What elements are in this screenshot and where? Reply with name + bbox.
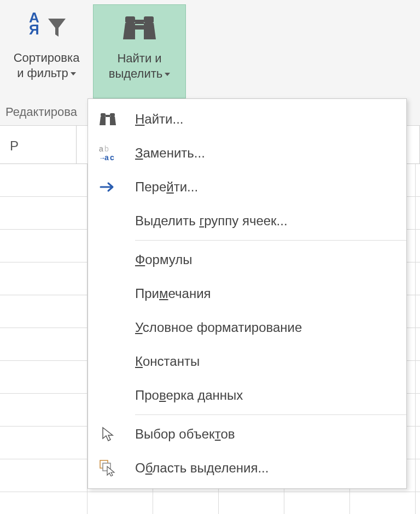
menu-label: Область выделения... [135,460,269,476]
binoculars-small-icon [96,108,120,130]
menu-select-objects[interactable]: Выбор объектов [88,417,406,451]
selection-pane-icon [96,457,120,479]
cursor-icon [96,423,120,445]
menu-separator [135,240,406,241]
menu-label: Найти... [135,112,184,127]
menu-label: Константы [135,354,200,369]
dropdown-caret-icon [71,72,76,75]
ribbon-group-label: Редактирова [5,105,77,119]
svg-text:c: c [110,153,114,161]
menu-find[interactable]: Найти... [88,102,406,136]
svg-rect-3 [135,25,144,30]
svg-text:a: a [104,153,109,161]
menu-label: Проверка данных [135,388,243,403]
svg-rect-1 [144,16,154,23]
sort-filter-label: Сортировка и фильтр [14,50,80,80]
menu-label: Примечания [135,286,211,301]
svg-rect-6 [106,115,110,117]
find-select-dropdown: Найти... a b → a c Заменить... Перейти..… [88,98,407,489]
find-select-label: Найти и выделить [109,51,171,81]
find-select-button[interactable]: Найти и выделить [93,4,186,98]
menu-label: Заменить... [135,145,205,161]
replace-icon: a b → a c [96,142,120,164]
sort-filter-button[interactable]: АЯ Сортировка и фильтр [0,4,93,98]
svg-rect-5 [110,113,115,116]
menu-data-validation[interactable]: Проверка данных [88,378,406,412]
menu-label: Выделить группу ячеек... [135,213,288,229]
svg-text:a: a [99,145,103,153]
menu-label: Перейти... [135,179,198,195]
binoculars-icon [122,8,157,48]
column-header-p[interactable]: P [0,126,77,163]
menu-separator [135,414,406,415]
menu-label: Выбор объектов [135,427,235,442]
svg-text:b: b [104,145,109,153]
menu-replace[interactable]: a b → a c Заменить... [88,136,406,170]
svg-rect-4 [101,113,106,116]
menu-label: Формулы [135,252,192,267]
menu-formulas[interactable]: Формулы [88,243,406,277]
sort-filter-icon: АЯ [29,8,64,47]
menu-selection-pane[interactable]: Область выделения... [88,451,406,485]
svg-rect-2 [135,20,144,24]
arrow-right-icon [96,176,120,198]
dropdown-caret-icon [165,73,170,76]
menu-goto[interactable]: Перейти... [88,170,406,204]
menu-conditional-formatting[interactable]: Условное форматирование [88,311,406,344]
menu-goto-special[interactable]: Выделить группу ячеек... [88,204,406,238]
menu-comments[interactable]: Примечания [88,277,406,311]
svg-rect-0 [125,16,135,23]
menu-label: Условное форматирование [135,320,302,335]
menu-constants[interactable]: Константы [88,344,406,378]
